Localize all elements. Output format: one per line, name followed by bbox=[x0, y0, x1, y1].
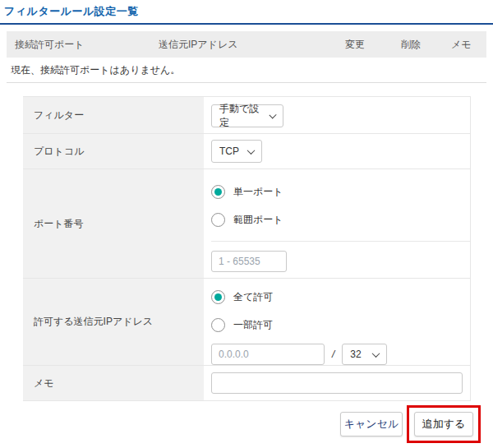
cidr-prefix-value: 32 bbox=[350, 349, 361, 360]
single-port-radio-label: 単一ポート bbox=[233, 185, 283, 199]
cidr-separator: / bbox=[332, 349, 334, 360]
chevron-down-icon bbox=[372, 349, 380, 358]
allow-partial-radio[interactable] bbox=[211, 318, 225, 332]
source-ip-label: 許可する送信元IPアドレス bbox=[23, 279, 204, 365]
title-underline bbox=[0, 23, 493, 25]
chevron-down-icon bbox=[247, 146, 256, 155]
existing-rules-table: 接続許可ポート 送信元IPアドレス 変更 削除 メモ 現在、接続許可ポートはあり… bbox=[7, 31, 486, 83]
filter-rule-settings-page: フィルタールール設定一覧 接続許可ポート 送信元IPアドレス 変更 削除 メモ … bbox=[0, 0, 493, 448]
filter-select[interactable]: 手動で設定 bbox=[211, 104, 283, 127]
cidr-prefix-select[interactable]: 32 bbox=[342, 344, 387, 365]
port-section-divider bbox=[211, 241, 470, 242]
range-port-radio[interactable] bbox=[211, 213, 225, 227]
single-port-radio[interactable] bbox=[211, 185, 225, 199]
filter-label: フィルター bbox=[23, 97, 204, 133]
port-number-input[interactable] bbox=[211, 251, 287, 272]
header-delete: 削除 bbox=[401, 38, 451, 52]
range-port-radio-label: 範囲ポート bbox=[233, 213, 283, 227]
header-change: 変更 bbox=[345, 38, 401, 52]
form-actions: キャンセル 追加する bbox=[0, 405, 481, 443]
annotation-highlight-box: 追加する bbox=[407, 405, 481, 443]
allow-all-radio[interactable] bbox=[211, 290, 225, 304]
range-port-option[interactable]: 範囲ポート bbox=[204, 206, 470, 233]
header-allowed-port: 接続許可ポート bbox=[7, 38, 159, 52]
form-row-source-ip: 許可する送信元IPアドレス 全て許可 一部許可 / 32 bbox=[23, 279, 470, 366]
header-source-ip: 送信元IPアドレス bbox=[159, 38, 345, 52]
chevron-down-icon bbox=[269, 111, 276, 118]
header-memo: メモ bbox=[451, 38, 486, 52]
single-port-option[interactable]: 単一ポート bbox=[204, 178, 470, 206]
empty-rules-message: 現在、接続許可ポートはありません。 bbox=[7, 58, 486, 83]
memo-label: メモ bbox=[23, 366, 204, 400]
protocol-label: プロトコル bbox=[23, 134, 204, 169]
form-row-port-number: ポート番号 単一ポート 範囲ポート bbox=[23, 169, 470, 279]
protocol-select[interactable]: TCP bbox=[211, 140, 262, 163]
allow-all-radio-label: 全て許可 bbox=[233, 290, 273, 304]
add-rule-form: フィルター 手動で設定 プロトコル TCP ポート番号 bbox=[23, 96, 471, 401]
form-row-filter: フィルター 手動で設定 bbox=[23, 97, 470, 134]
add-button[interactable]: 追加する bbox=[414, 412, 473, 436]
allow-partial-radio-label: 一部許可 bbox=[233, 318, 273, 332]
port-number-label: ポート番号 bbox=[23, 169, 204, 278]
source-ip-input[interactable] bbox=[211, 344, 325, 365]
cancel-button[interactable]: キャンセル bbox=[340, 412, 403, 436]
filter-select-value: 手動で設定 bbox=[219, 102, 264, 130]
memo-input[interactable] bbox=[211, 372, 463, 394]
form-row-protocol: プロトコル TCP bbox=[23, 134, 470, 169]
allow-partial-option[interactable]: 一部許可 bbox=[204, 311, 470, 339]
form-row-memo: メモ bbox=[23, 366, 470, 401]
protocol-select-value: TCP bbox=[219, 145, 239, 157]
rules-table-header: 接続許可ポート 送信元IPアドレス 変更 削除 メモ bbox=[7, 31, 486, 58]
page-title: フィルタールール設定一覧 bbox=[4, 4, 493, 19]
allow-all-option[interactable]: 全て許可 bbox=[204, 283, 470, 311]
